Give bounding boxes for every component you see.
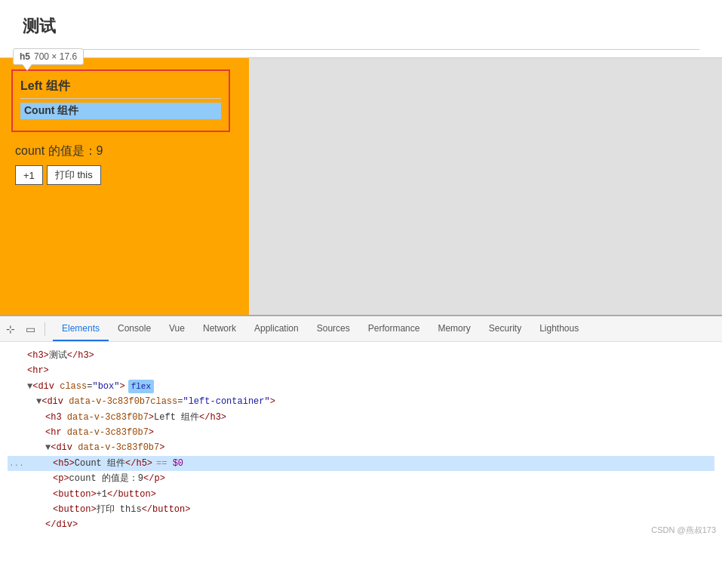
tab-security[interactable]: Security [480,316,530,341]
code-line-count-h5[interactable]: ... <h5>Count 组件</h5> == $0 [8,456,714,471]
count-h5: Count 组件 [20,103,221,119]
tooltip-arrow [23,64,32,70]
tab-console[interactable]: Console [109,316,160,341]
flex-badge: flex [128,380,154,394]
tab-elements[interactable]: Elements [53,316,109,341]
left-h3: Left 组件 [20,79,221,94]
code-line-close-div[interactable]: </div> [8,517,714,532]
devtools-icons: ⊹ ▭ [4,322,45,336]
tab-application[interactable]: Application [245,316,308,341]
cursor-icon[interactable]: ⊹ [4,322,17,336]
devtools-panel: ⊹ ▭ Elements Console Vue Network Applica… [0,315,722,539]
left-container-highlight: h5 700 × 17.6 Left 组件 Count 组件 [11,69,230,132]
tab-vue[interactable]: Vue [160,316,194,341]
tab-network[interactable]: Network [194,316,245,341]
three-dots: ... [9,457,24,471]
print-button[interactable]: 打印 this [47,165,101,185]
increment-button[interactable]: +1 [15,165,43,185]
page-hr [23,49,699,50]
left-hr [20,98,221,99]
code-line-btn-inc[interactable]: <button>+1</button> [8,487,714,502]
code-line-hr[interactable]: <hr> [8,363,714,378]
tab-sources[interactable]: Sources [308,316,359,341]
tab-lighthouse[interactable]: Lighthous [530,316,588,341]
code-line-p[interactable]: <p>count 的值是：9</p> [8,471,714,486]
code-line-box[interactable]: ▼ <div class="box"> flex [8,379,714,394]
code-line-left-hr[interactable]: <hr data-v-3c83f0b7> [8,425,714,440]
code-line-h3[interactable]: <h3>测试</h3> [8,348,714,363]
tab-memory[interactable]: Memory [429,316,479,341]
code-line-btn-print[interactable]: <button>打印 this</button> [8,502,714,517]
code-line-left-container[interactable]: ▼ <div data-v-3c83f0b7 class="left-conta… [8,394,714,409]
page-area: 测试 [0,0,722,58]
tab-performance[interactable]: Performance [359,316,429,341]
tooltip-dims: 700 × 17.6 [34,51,77,62]
devtools-tabs: Elements Console Vue Network Application… [53,316,588,341]
right-side-bg [249,58,722,315]
element-tooltip: h5 700 × 17.6 [13,48,84,65]
devtools-watermark: CSDN @燕叔173 [651,525,716,536]
devtools-toolbar: ⊹ ▭ Elements Console Vue Network Applica… [0,316,722,342]
eq-badge: == $0 [156,456,183,471]
tooltip-tag: h5 [20,51,30,62]
left-inner: Left 组件 Count 组件 [13,71,229,131]
app-container: h5 700 × 17.6 Left 组件 Count 组件 count 的值是… [0,58,722,315]
devtools-code: <h3>测试</h3> <hr> ▼ <div class="box"> fle… [0,342,722,539]
page-title: 测试 [23,15,699,38]
device-icon[interactable]: ▭ [23,322,37,336]
code-line-left-h3[interactable]: <h3 data-v-3c83f0b7>Left 组件</h3> [8,410,714,425]
code-line-inner-div[interactable]: ▼ <div data-v-3c83f0b7> [8,440,714,455]
